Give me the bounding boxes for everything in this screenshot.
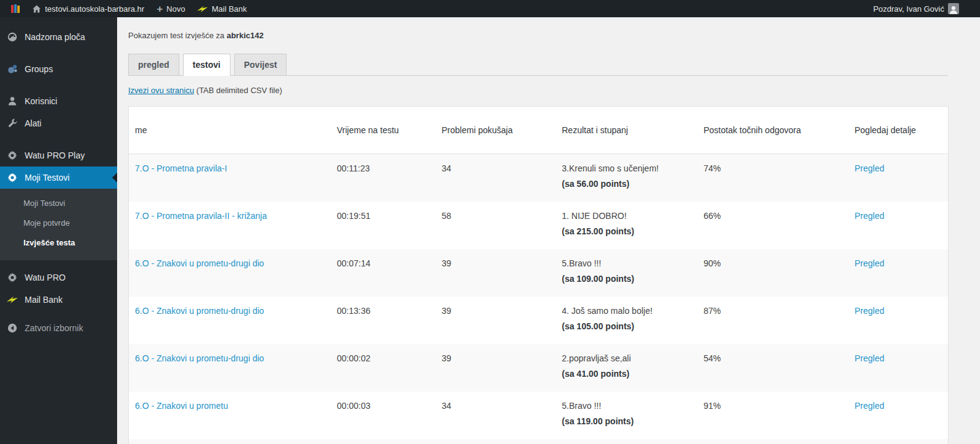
test-problems: 39 <box>442 353 452 363</box>
active-menu-arrow <box>112 173 117 183</box>
table-row: 6.O - Znakovi u prometu-drugi dio 00:13:… <box>129 297 949 344</box>
test-percent: 90% <box>704 258 721 268</box>
test-problems: 58 <box>442 211 452 221</box>
submenu-item-moje-potvrde[interactable]: Moje potvrde <box>0 213 117 233</box>
table-header-row: me Vrijeme na testu Problemi pokušaja Re… <box>129 107 949 154</box>
sidebar-item-label: Korisnici <box>25 96 57 107</box>
report-username: abrkic142 <box>227 31 264 40</box>
test-report-table: me Vrijeme na testu Problemi pokušaja Re… <box>128 106 949 444</box>
test-name-link[interactable]: 7.O - Prometna pravila-I <box>135 163 227 173</box>
view-details-link[interactable]: Pregled <box>855 258 884 268</box>
view-details-link[interactable]: Pregled <box>855 211 884 221</box>
test-name-link[interactable]: 6.O - Znakovi u prometu-drugi dio <box>135 306 264 316</box>
dashboard-icon <box>6 31 18 43</box>
sidebar-item-label: Watu PRO Play <box>25 150 85 161</box>
table-row: 6.O - Znakovi u prometu 00:00:05 34 2.po… <box>129 439 949 444</box>
home-icon <box>32 4 41 14</box>
report-intro: Pokazujem test izvješće za abrkic142 <box>128 31 948 40</box>
test-time: 00:00:02 <box>337 353 371 363</box>
wp-logo-menu[interactable] <box>5 0 26 17</box>
mail-bank-menu[interactable]: Mail Bank <box>191 0 253 17</box>
sidebar-item-label: Moji Testovi <box>25 172 70 183</box>
test-problems: 39 <box>442 258 452 268</box>
new-content-menu[interactable]: + Novo <box>150 0 191 17</box>
col-header-details: Pogledaj detalje <box>849 107 949 154</box>
view-details-link[interactable]: Pregled <box>855 353 884 363</box>
sidebar-item-dashboard[interactable]: Nadzorna ploča <box>0 26 117 48</box>
sidebar-item-collapse-menu[interactable]: Zatvori izbornik <box>0 317 117 339</box>
moji-testovi-submenu: Moji Testovi Moje potvrde Izvješće testa <box>0 189 117 260</box>
submenu-item-izvjesce-testa[interactable]: Izvješće testa <box>0 233 117 253</box>
mail-bank-label: Mail Bank <box>211 4 247 14</box>
table-row: 6.O - Znakovi u prometu-drugi dio 00:07:… <box>129 249 949 297</box>
sidebar-item-label: Zatvori izbornik <box>25 323 83 334</box>
test-time: 00:19:51 <box>337 211 371 221</box>
test-name-link[interactable]: 6.O - Znakovi u prometu-drugi dio <box>135 353 264 363</box>
sidebar-item-label: Groups <box>25 64 53 75</box>
plugin-logo-icon <box>11 4 20 13</box>
plus-icon: + <box>157 4 163 14</box>
site-link[interactable]: testovi.autoskola-barbara.hr <box>26 0 150 17</box>
submenu-item-moji-testovi[interactable]: Moji Testovi <box>0 194 117 213</box>
sidebar-item-mail-bank[interactable]: Mail Bank <box>0 289 117 311</box>
sidebar-item-label: Watu PRO <box>25 272 65 283</box>
tab-testovi[interactable]: testovi <box>183 54 231 76</box>
sidebar-item-label: Alati <box>25 118 41 129</box>
export-note: (TAB delimited CSV file) <box>194 86 282 95</box>
intro-prefix: Pokazujem test izvješće za <box>128 31 227 40</box>
export-line: Izvezi ovu stranicu (TAB delimited CSV f… <box>128 86 948 95</box>
test-problems: 34 <box>442 401 452 411</box>
test-name-link[interactable]: 7.O - Prometna pravila-II - križanja <box>135 211 267 221</box>
test-percent: 91% <box>704 401 721 411</box>
col-header-problems: Problemi pokušaja <box>436 107 556 154</box>
test-problems: 34 <box>442 163 452 173</box>
gear-icon <box>6 271 18 284</box>
users-icon <box>6 95 18 107</box>
test-problems: 39 <box>442 306 452 316</box>
admin-sidebar: Nadzorna ploča Groups Korisnici Alati Wa… <box>0 17 117 444</box>
test-percent: 54% <box>704 353 721 363</box>
test-points: (sa 105.00 points) <box>562 321 692 331</box>
test-name-link[interactable]: 6.O - Znakovi u prometu-drugi dio <box>135 258 264 268</box>
test-result: 4. Još samo malo bolje! <box>562 306 692 316</box>
sidebar-item-tools[interactable]: Alati <box>0 112 117 134</box>
table-row: 6.O - Znakovi u prometu 00:00:03 34 5.Br… <box>129 392 949 439</box>
test-time: 00:11:23 <box>337 163 370 173</box>
test-points: (sa 41.00 points) <box>562 369 692 379</box>
export-page-link[interactable]: Izvezi ovu stranicu <box>128 86 194 95</box>
test-name-link[interactable]: 6.O - Znakovi u prometu <box>135 401 228 411</box>
sidebar-item-watu-pro[interactable]: Watu PRO <box>0 266 117 289</box>
view-details-link[interactable]: Pregled <box>855 163 884 173</box>
gear-icon <box>6 171 18 184</box>
my-account-menu[interactable]: Pozdrav, Ivan Gović <box>867 0 965 17</box>
admin-bar: testovi.autoskola-barbara.hr + Novo Mail… <box>0 0 980 17</box>
test-result: 1. NIJE DOBRO! <box>562 211 692 221</box>
sidebar-item-users[interactable]: Korisnici <box>0 90 117 112</box>
sidebar-item-label: Nadzorna ploča <box>25 31 85 43</box>
test-result: 5.Bravo !!! <box>562 258 692 268</box>
sidebar-item-moji-testovi[interactable]: Moji Testovi <box>0 166 117 189</box>
col-header-result: Rezultat i stupanj <box>556 107 698 154</box>
test-points: (sa 56.00 points) <box>562 179 692 189</box>
test-points: (sa 119.00 points) <box>562 416 692 426</box>
sidebar-item-groups[interactable]: Groups <box>0 58 117 80</box>
table-row: 6.O - Znakovi u prometu-drugi dio 00:00:… <box>129 344 949 392</box>
sidebar-item-watu-pro-play[interactable]: Watu PRO Play <box>0 144 117 166</box>
tab-povijest[interactable]: Povijest <box>234 54 287 76</box>
tools-icon <box>6 117 18 130</box>
col-header-name: me <box>129 107 331 154</box>
tab-pregled[interactable]: pregled <box>128 54 179 76</box>
view-details-link[interactable]: Pregled <box>855 401 884 411</box>
test-time: 00:00:03 <box>337 401 371 411</box>
report-tabs: pregled testovi Povijest <box>128 54 948 76</box>
test-time: 00:07:14 <box>337 258 371 268</box>
test-result: 3.Krenuli smo s učenjem! <box>562 163 692 173</box>
site-name: testovi.autoskola-barbara.hr <box>45 4 144 14</box>
mail-arrow-icon <box>197 5 208 13</box>
main-content: Pokazujem test izvješće za abrkic142 pre… <box>117 0 980 444</box>
greeting-text: Pozdrav, Ivan Gović <box>873 4 944 14</box>
view-details-link[interactable]: Pregled <box>855 306 884 316</box>
test-result: 2.popravljaš se,ali <box>562 353 692 363</box>
test-points: (sa 215.00 points) <box>562 226 692 236</box>
test-percent: 74% <box>704 163 721 173</box>
